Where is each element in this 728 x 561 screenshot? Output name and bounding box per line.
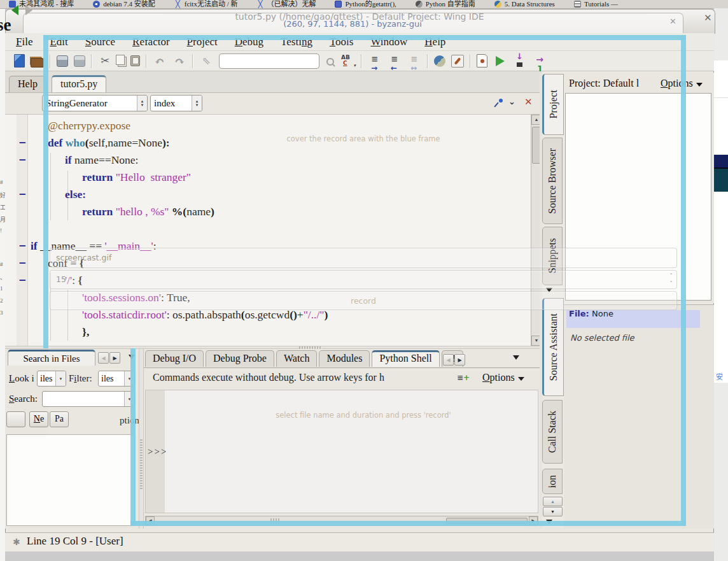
tab-watch[interactable]: Watch: [276, 350, 317, 367]
tab-scroll-up-icon[interactable]: ▲: [543, 497, 563, 506]
tab-scroll-right-icon[interactable]: ▶: [454, 354, 465, 366]
breakpoint-file-icon[interactable]: [477, 54, 487, 67]
side-tab-ion[interactable]: ion: [542, 469, 563, 494]
undo-icon[interactable]: [153, 54, 167, 68]
panel-menu-icon[interactable]: [129, 355, 135, 359]
record-button[interactable]: record: [50, 291, 677, 310]
scope-class-combo[interactable]: StringGenerator ▲▼: [42, 95, 148, 111]
scope-member-combo[interactable]: index ▲▼: [150, 95, 202, 111]
toolbar-search-input[interactable]: [219, 53, 319, 69]
close-icon[interactable]: ✕: [669, 17, 676, 26]
code-token: ): [324, 308, 328, 321]
browser-tab[interactable]: Python的getattr(),: [335, 0, 396, 8]
bug-icon[interactable]: ✱: [13, 537, 20, 548]
indent-in-icon[interactable]: ≡→: [368, 54, 382, 68]
spinner-icon[interactable]: ▲▼: [192, 96, 202, 111]
redo-icon[interactable]: [172, 54, 186, 68]
browser-tab[interactable]: 未鸿其鸿观 - 搜库: [9, 0, 74, 8]
step-into-icon[interactable]: →]: [533, 54, 547, 68]
side-tab-call-stack[interactable]: Call Stack: [542, 400, 563, 464]
look-in-combo[interactable]: iles ▼: [37, 371, 66, 387]
tab-scroll-left-icon[interactable]: ◀: [443, 354, 454, 366]
menu-source[interactable]: Source: [85, 36, 115, 48]
scrollbar-grip[interactable]: [270, 518, 279, 523]
menu-testing[interactable]: Testing: [281, 36, 312, 48]
panel-menu-icon[interactable]: [513, 355, 519, 360]
editor-tab-help[interactable]: Help: [9, 76, 46, 92]
menu-edit[interactable]: Edit: [50, 36, 67, 48]
scroll-left-icon[interactable]: ◀: [146, 516, 155, 525]
chevron-down-icon[interactable]: ⌄: [508, 97, 515, 106]
new-shell-icon[interactable]: ≡+: [457, 373, 470, 382]
menu-help[interactable]: Help: [424, 36, 445, 48]
side-tab-source-assistant[interactable]: Source Assistant: [542, 298, 564, 396]
menu-debug[interactable]: Debug: [235, 36, 263, 48]
menu-tools[interactable]: Tools: [330, 36, 354, 48]
indent-match-icon[interactable]: ≡↔: [407, 54, 421, 68]
search-icon-icon[interactable]: [325, 57, 334, 66]
splitter-grip[interactable]: [140, 438, 143, 489]
paste-icon[interactable]: [130, 55, 140, 66]
new-file-icon[interactable]: [14, 54, 25, 67]
side-tab-source-browser[interactable]: Source Browser: [542, 138, 563, 224]
close-editor-icon[interactable]: ✕: [524, 96, 533, 108]
search-button[interactable]: [6, 411, 25, 427]
save-icon[interactable]: [57, 55, 68, 67]
tab-scroll-right-icon[interactable]: ▶: [109, 352, 120, 364]
close-icon[interactable]: ✕: [704, 12, 712, 24]
browser-tab[interactable]: Tutorials —: [574, 0, 618, 8]
select-icon[interactable]: [199, 54, 213, 68]
tab-modules[interactable]: Modules: [319, 350, 370, 367]
python-icon[interactable]: [434, 55, 445, 67]
tab-debug-probe[interactable]: Debug Probe: [206, 350, 274, 367]
indent-out-icon[interactable]: ≡←: [388, 54, 402, 68]
tab-python-shell[interactable]: Python Shell: [372, 350, 439, 367]
run-icon[interactable]: [493, 54, 507, 68]
save-all-icon[interactable]: [74, 55, 85, 67]
open-icon[interactable]: [31, 58, 44, 67]
tab-scroll-left-icon[interactable]: ◀: [98, 352, 109, 364]
side-tab-label: ion: [547, 475, 558, 488]
background-glyph: 、: [0, 273, 5, 281]
browser-tab[interactable]: 5. Data Structures: [494, 0, 555, 8]
search-combo[interactable]: ▼: [42, 391, 135, 407]
python-shell[interactable]: >>>: [145, 390, 538, 513]
dropdown-icon[interactable]: ▼: [124, 392, 134, 406]
menu-project[interactable]: Project: [187, 36, 218, 48]
search-results-list[interactable]: [6, 434, 135, 526]
tab-debug-i-o[interactable]: Debug I/O: [145, 350, 204, 367]
dropdown-icon[interactable]: ▼: [55, 371, 66, 386]
stop-icon[interactable]: ↓: [513, 54, 527, 68]
tab-group-menu-icon[interactable]: [546, 520, 552, 524]
shell-options-button[interactable]: Options: [482, 372, 524, 383]
pin-icon[interactable]: [494, 97, 504, 108]
search-button-ne[interactable]: Ne: [29, 411, 48, 427]
search-button-pa[interactable]: Pa: [50, 411, 69, 427]
code-lines[interactable]: @cherrypy.exposedef who(self,name=None):…: [5, 115, 531, 346]
browser-tab[interactable]: Python 自学指南: [416, 0, 475, 8]
spinner-icon[interactable]: ˄˅: [670, 272, 673, 287]
spinner-icon[interactable]: ▲▼: [137, 96, 147, 111]
copy-icon[interactable]: [116, 55, 125, 65]
tab-scroll-down-icon[interactable]: ▼: [543, 507, 563, 516]
side-tab-project[interactable]: Project: [542, 74, 564, 135]
filter-combo[interactable]: iles ▼: [98, 371, 135, 387]
browser-tab[interactable]: ╳（已解决）无解: [256, 0, 316, 8]
browser-tab[interactable]: debian 7.4 安装配: [93, 0, 155, 8]
configure-icon[interactable]: [451, 55, 464, 67]
tab-search-in-files[interactable]: Search in Files: [8, 350, 95, 366]
recorder-filename-input[interactable]: screencast.gif: [50, 248, 677, 268]
dropdown-icon[interactable]: ▼: [124, 371, 134, 386]
scrollbar-thumb[interactable]: [446, 518, 528, 524]
cut-icon[interactable]: [98, 54, 112, 68]
project-options-button[interactable]: Options: [661, 78, 703, 89]
menu-refactor[interactable]: Refactor: [132, 36, 170, 48]
replace-menu-icon[interactable]: ABC▾: [340, 54, 355, 68]
recorder-duration-spinner[interactable]: 15 ˄˅: [50, 270, 677, 289]
browser-tab[interactable]: ╳fcitx无法启动 / 新: [174, 0, 238, 8]
scroll-right-icon[interactable]: ▶: [529, 516, 538, 525]
editor-tab-tutor5-py[interactable]: tutor5.py: [52, 75, 106, 92]
menu-file[interactable]: File: [16, 36, 32, 48]
menu-window[interactable]: Window: [370, 36, 407, 48]
shell-horizontal-scrollbar[interactable]: ◀ ▶: [145, 516, 538, 526]
